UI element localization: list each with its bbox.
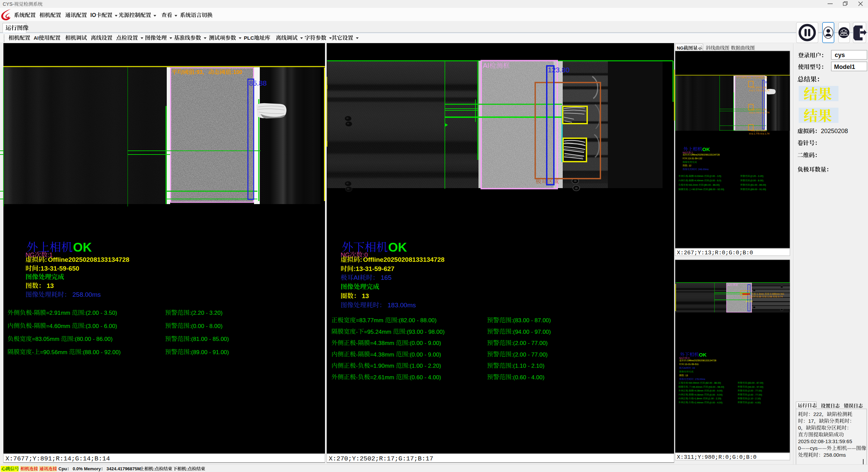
svg-text::1.775: :1.775 [753, 89, 760, 92]
svg-text:=4.38mm: =4.38mm [370, 340, 396, 346]
svg-text:=4.06mm: =4.06mm [693, 394, 704, 396]
svg-text:=4.08mm: =4.08mm [693, 389, 704, 392]
svg-text:2025:02:08-13:31:59:65: 2025:02:08-13:31:59:65 [798, 438, 852, 444]
svg-text:258.00ms: 258.00ms [71, 291, 101, 298]
svg-text:-: - [32, 310, 34, 316]
svg-text::1.74: :1.74 [764, 111, 770, 114]
svg-text::(2.00 - 77.00): :(2.00 - 77.00) [511, 351, 548, 358]
svg-text:-: - [356, 363, 358, 369]
svg-text:-: - [356, 374, 358, 381]
svg-text::(2.00 - 3.5): :(2.00 - 3.5) [709, 175, 721, 178]
svg-text:=1.8mm: =1.8mm [693, 397, 703, 400]
svg-text:=90.56mm: =90.56mm [40, 349, 69, 356]
svg-text::Offline20250208133134728: :Offline20250208133134728 [690, 153, 720, 156]
svg-text::1.3mm: :1.3mm [756, 293, 764, 295]
svg-text::1.74: :1.74 [764, 89, 770, 92]
svg-text::(83.00 - 87.00): :(83.00 - 87.00) [511, 317, 551, 324]
svg-text:=84.09mm: =84.09mm [688, 382, 700, 384]
svg-text::(81.00 - 85.00): :(81.00 - 85.00) [189, 336, 229, 342]
svg-text::(94.00 - 97.00): :(94.00 - 97.00) [747, 386, 763, 388]
svg-text:: 246.00ms: : 246.00ms [697, 168, 709, 170]
svg-text:=2.44mm: =2.44mm [693, 401, 704, 404]
svg-text:=1.90mm: =1.90mm [370, 363, 396, 369]
svg-text::: : [153, 466, 155, 471]
svg-text:IO: IO [90, 12, 96, 18]
svg-text:X:267;Y:13;R:0;G:0;B:0: X:267;Y:13;R:0;G:0;B:0 [677, 250, 753, 256]
svg-text:13: 13 [45, 282, 54, 289]
svg-text:85.88: 85.88 [249, 79, 267, 87]
svg-text:=83.77mm: =83.77mm [356, 317, 385, 324]
svg-text::13-31-59-511: :13-31-59-511 [684, 363, 699, 365]
svg-text::(0.00 - 8.00): :(0.00 - 8.00) [750, 179, 763, 182]
svg-text:=4.60mm: =4.60mm [46, 323, 72, 329]
svg-text::13-31-59-650: :13-31-59-650 [38, 265, 79, 272]
svg-text:cys: cys [810, 445, 818, 451]
svg-text::: : [45, 256, 47, 263]
svg-text::(0.00 - 9.00): :(0.00 - 9.00) [408, 351, 441, 358]
svg-text:=95.40mm: =95.40mm [691, 386, 703, 388]
svg-text:AI: AI [483, 62, 489, 69]
svg-text:0.0% Memory: 0.0% Memory [71, 466, 101, 471]
svg-text:X:270;Y:2502;R:17;G:17;B:17: X:270;Y:2502;R:17;G:17;B:17 [329, 455, 433, 462]
svg-text:=83.05mm: =83.05mm [32, 336, 61, 342]
svg-text::(83.00 - 87.00): :(83.00 - 87.00) [747, 382, 763, 384]
svg-text:165: 165 [379, 274, 392, 281]
svg-text:AI: AI [354, 274, 360, 281]
svg-text::0: :0 [688, 357, 690, 359]
svg-text:Cpu: Cpu [58, 466, 67, 471]
svg-text:13: 13 [360, 292, 369, 299]
svg-text:=4.49mm: =4.49mm [693, 179, 704, 182]
svg-text::(1.10 - 2.10): :(1.10 - 2.10) [511, 363, 544, 369]
svg-text::(2.20 - 3.20): :(2.20 - 3.20) [750, 175, 763, 178]
svg-text::(93.00 - 98.00): :(93.00 - 98.00) [405, 329, 445, 335]
svg-text::(93.00 - 98.00): :(93.00 - 98.00) [708, 386, 724, 388]
svg-text:CYS-: CYS- [3, 1, 14, 7]
svg-text:OK: OK [73, 240, 92, 254]
svg-text::(88.00 - 92.00): :(88.00 - 92.00) [708, 188, 724, 191]
svg-text::1.226: :1.226 [760, 129, 766, 132]
svg-text::13-31-59-132: :13-31-59-132 [687, 157, 702, 160]
svg-text:OK: OK [699, 352, 707, 358]
svg-text:AI: AI [684, 367, 686, 369]
svg-text::1.226: :1.226 [760, 108, 766, 111]
svg-text::13-31-59-627: :13-31-59-627 [354, 265, 394, 272]
svg-text::1.08: :1.08 [767, 295, 773, 298]
svg-text::(81.00 - 85.00): :(81.00 - 85.00) [750, 184, 766, 186]
svg-text::(2.00 - 3.50): :(2.00 - 3.50) [84, 310, 117, 316]
svg-text:20250208: 20250208 [821, 128, 848, 134]
svg-text:222: 222 [813, 411, 822, 417]
svg-text:=95.24mm: =95.24mm [364, 329, 393, 335]
svg-text::(94.00 - 97.00): :(94.00 - 97.00) [511, 329, 551, 335]
svg-text::(3.00 - 6.00): :(3.00 - 6.00) [84, 323, 117, 329]
svg-text:: 12: : 12 [687, 164, 691, 167]
svg-text:0: 0 [798, 445, 801, 451]
svg-text::0.35: :0.35 [756, 295, 762, 298]
svg-text::(80.00 - 86.00): :(80.00 - 86.00) [73, 336, 113, 342]
svg-text:Offline20250208133134728: Offline20250208133134728 [363, 256, 445, 263]
svg-text:-: - [356, 340, 358, 346]
svg-text:OK: OK [388, 240, 407, 254]
svg-text:AI: AI [727, 284, 730, 287]
svg-text:-: - [356, 329, 358, 335]
svg-text:: 13: : 13 [684, 374, 688, 377]
svg-text::(0.00 - 8.00): :(0.00 - 8.00) [189, 323, 222, 329]
svg-text:123.80: 123.80 [548, 66, 569, 74]
svg-text::(82.00 - 88.00): :(82.00 - 88.00) [705, 382, 721, 384]
svg-text::1.74: :1.74 [764, 132, 770, 135]
svg-text::(2.00 - 77.00): :(2.00 - 77.00) [511, 340, 548, 346]
svg-text::0.985mm NG: :0.985mm NG [769, 293, 784, 295]
svg-text::(89.00 - 91.00): :(89.00 - 91.00) [750, 188, 766, 191]
svg-text::: : [186, 466, 187, 471]
svg-text:=2.91mm: =2.91mm [46, 310, 72, 316]
svg-text:84.29: 84.29 [746, 300, 753, 303]
svg-text:Offline20250208133134728: Offline20250208133134728 [48, 256, 129, 263]
svg-text::1.226: :1.226 [760, 86, 766, 89]
svg-text:cys: cys [835, 52, 845, 58]
svg-text:=83.2mm: =83.2mm [688, 184, 699, 186]
svg-text::(1.00 - 2.20): :(1.00 - 2.20) [408, 363, 441, 369]
svg-text:=4.38mm: =4.38mm [370, 351, 396, 358]
svg-text::(2.00 - 77.00): :(2.00 - 77.00) [747, 394, 762, 396]
svg-text::(89.00 - 91.00): :(89.00 - 91.00) [189, 349, 229, 356]
svg-text::(82.00 - 88.00): :(82.00 - 88.00) [397, 317, 437, 324]
svg-text::(0.60 - 4.00): :(0.60 - 4.00) [511, 374, 544, 381]
